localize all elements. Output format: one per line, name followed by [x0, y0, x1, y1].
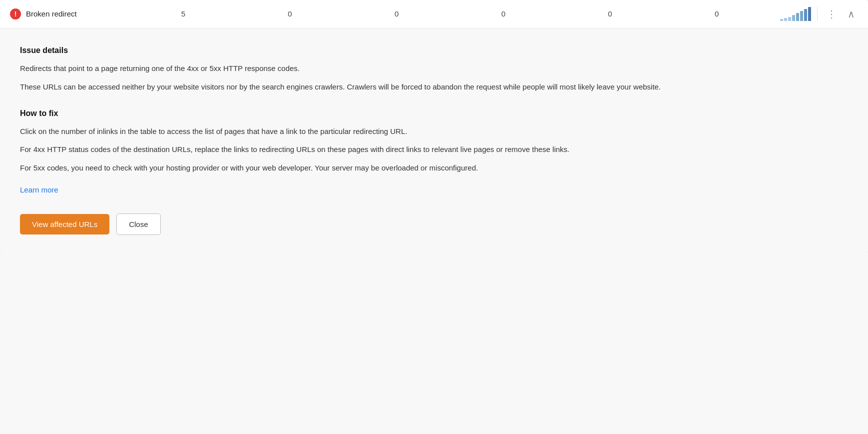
chart-bar-7	[808, 7, 811, 21]
metric-col6: 0	[704, 8, 729, 20]
view-affected-urls-button[interactable]: View affected URLs	[20, 214, 109, 234]
issue-content: Issue details Redirects that point to a …	[0, 28, 868, 253]
how-to-fix-title: How to fix	[20, 108, 848, 120]
chart-bar-2	[788, 17, 791, 21]
issue-details-para1: Redirects that point to a page returning…	[20, 62, 719, 75]
header-actions: ⋮ ∧	[780, 6, 858, 22]
issue-card: Broken redirect 5 0 0 0 0 0 ⋮ ∧ Issu	[0, 0, 868, 253]
chart-bar-1	[784, 18, 787, 21]
chart-bar-3	[792, 15, 795, 21]
chart-bar-6	[804, 9, 807, 21]
metric-col3: 0	[384, 8, 409, 20]
close-button[interactable]: Close	[116, 214, 160, 235]
collapse-button[interactable]: ∧	[845, 6, 858, 22]
how-to-fix-para1: Click on the number of inlinks in the ta…	[20, 126, 719, 138]
error-icon	[10, 8, 21, 20]
issue-title: Broken redirect	[26, 8, 77, 20]
chart-bar-0	[780, 19, 783, 21]
issue-details-para2: These URLs can be accessed neither by yo…	[20, 81, 719, 94]
learn-more-link[interactable]: Learn more	[20, 184, 58, 196]
how-to-fix-para3: For 5xx codes, you need to check with yo…	[20, 162, 719, 174]
chart-bar-5	[800, 11, 803, 21]
header-metrics: 5 0 0 0 0 0	[120, 8, 780, 20]
how-to-fix-para2: For 4xx HTTP status codes of the destina…	[20, 144, 719, 156]
mini-chart	[780, 7, 811, 21]
collapse-icon: ∧	[848, 8, 855, 20]
more-options-button[interactable]: ⋮	[824, 6, 840, 22]
more-icon: ⋮	[827, 8, 837, 20]
issue-details-title: Issue details	[20, 44, 848, 56]
metric-col2: 0	[277, 8, 302, 20]
header-row: Broken redirect 5 0 0 0 0 0 ⋮ ∧	[0, 0, 868, 28]
divider	[817, 7, 818, 21]
how-to-fix-section: How to fix Click on the number of inlink…	[20, 108, 848, 196]
metric-col5: 0	[597, 8, 622, 20]
metric-total: 5	[171, 8, 196, 20]
footer-buttons: View affected URLs Close	[20, 214, 848, 235]
metric-col4: 0	[491, 8, 516, 20]
issue-details-section: Issue details Redirects that point to a …	[20, 44, 848, 94]
header-title-group: Broken redirect	[10, 8, 120, 20]
chart-bar-4	[796, 13, 799, 21]
